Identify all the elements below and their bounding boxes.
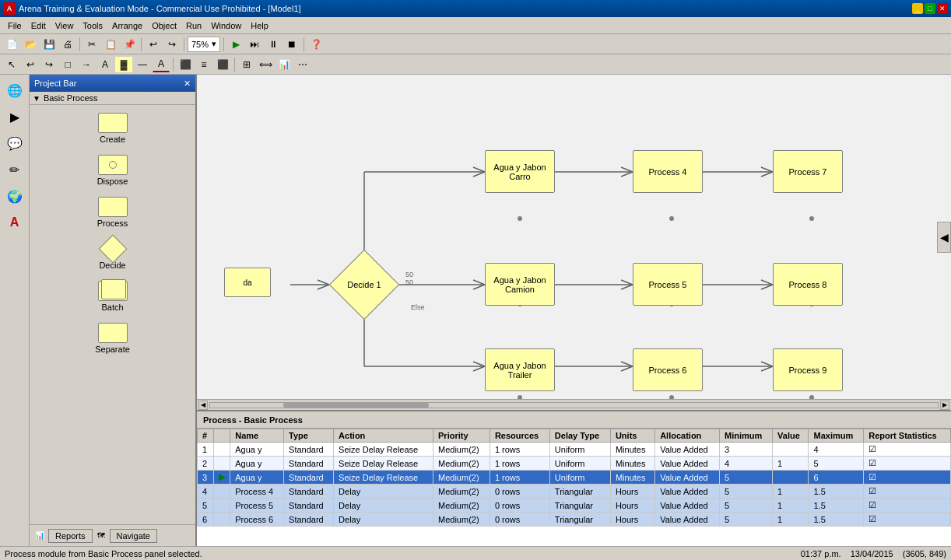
cell-data[interactable]: ☑ (864, 499, 951, 513)
cell-data[interactable]: Hours (610, 513, 654, 527)
cell-data[interactable] (773, 471, 809, 485)
step-button[interactable]: ⏭ (246, 37, 263, 52)
icon-red-a[interactable]: A (2, 210, 27, 235)
node-agua-jabon-camion[interactable]: Agua y JabonCamion (485, 263, 555, 306)
redo-draw[interactable]: ↪ (40, 57, 58, 72)
redo-button[interactable]: ↪ (163, 37, 181, 52)
cell-data[interactable]: 3 (720, 443, 773, 457)
connect-button[interactable]: ⟺ (257, 57, 274, 72)
help-button[interactable]: ❓ (307, 37, 325, 52)
table-row[interactable]: 2Agua yStandardSeize Delay ReleaseMedium… (198, 457, 951, 471)
node-decide1[interactable]: Decide 1 (329, 261, 399, 308)
cell-data[interactable]: 5 (720, 471, 773, 485)
cell-data[interactable]: Standard (284, 471, 334, 485)
cell-data[interactable]: Standard (284, 485, 334, 499)
reports-button[interactable]: Reports (48, 529, 93, 543)
font-color[interactable]: A (153, 57, 170, 72)
panel-item-separate[interactable]: Separate (33, 318, 192, 357)
menu-object[interactable]: Object (147, 19, 181, 32)
cell-data[interactable]: Uniform (549, 443, 610, 457)
panel-item-decide[interactable]: Decide (33, 234, 192, 273)
cell-data[interactable]: ☑ (864, 457, 951, 471)
menu-arrange[interactable]: Arrange (107, 19, 147, 32)
panel-item-process[interactable]: Process (33, 192, 192, 231)
cell-data[interactable]: 1 rows (490, 457, 549, 471)
menu-edit[interactable]: Edit (26, 19, 51, 32)
project-bar-close[interactable]: ✕ (184, 79, 191, 89)
run-button[interactable]: ▶ (227, 37, 244, 52)
node-process7[interactable]: Process 7 (773, 150, 843, 193)
align-left[interactable]: ⬛ (177, 57, 194, 72)
cell-data[interactable]: Agua y (230, 457, 284, 471)
cut-button[interactable]: ✂ (83, 37, 100, 52)
cell-data[interactable]: 0 rows (490, 499, 549, 513)
cell-data[interactable]: Seize Delay Release (334, 457, 433, 471)
scroll-right[interactable]: ▶ (940, 401, 949, 410)
maximize-button[interactable]: □ (925, 3, 935, 14)
cell-data[interactable]: 1 rows (490, 471, 549, 485)
group-button[interactable]: ⊞ (238, 57, 255, 72)
cell-data[interactable]: Delay (334, 499, 433, 513)
table-row[interactable]: 6Process 6StandardDelayMedium(2)0 rowsTr… (198, 513, 951, 527)
cell-data[interactable]: 1 (773, 457, 809, 471)
cell-data[interactable]: Minutes (610, 471, 654, 485)
navigate-button[interactable]: Navigate (110, 529, 157, 543)
cell-data[interactable]: 5 (720, 513, 773, 527)
cell-data[interactable]: ☑ (864, 485, 951, 499)
panel-item-dispose[interactable]: Dispose (33, 150, 192, 189)
more-button[interactable]: ⋯ (294, 57, 311, 72)
cell-data[interactable]: Triangular (549, 499, 610, 513)
cell-data[interactable]: 1.5 (809, 485, 864, 499)
cell-data[interactable]: 5 (809, 457, 864, 471)
cell-data[interactable]: Delay (334, 513, 433, 527)
icon-globe[interactable]: 🌍 (2, 184, 27, 208)
cell-data[interactable]: Value Added (655, 471, 720, 485)
fill-color[interactable]: ▓ (115, 57, 132, 72)
text-tool[interactable]: A (97, 57, 114, 72)
node-process6[interactable]: Process 6 (633, 348, 703, 391)
cell-data[interactable]: Standard (284, 513, 334, 527)
cell-data[interactable]: Process 4 (230, 485, 284, 499)
menu-help[interactable]: Help (246, 19, 273, 32)
icon-browser[interactable]: 🌐 (2, 78, 27, 103)
cell-data[interactable]: ☑ (864, 513, 951, 527)
menu-file[interactable]: File (3, 19, 26, 32)
menu-tools[interactable]: Tools (78, 19, 107, 32)
table-row[interactable]: 1Agua yStandardSeize Delay ReleaseMedium… (198, 443, 951, 457)
menu-view[interactable]: View (51, 19, 79, 32)
cell-num[interactable]: 5 (198, 499, 214, 513)
close-button[interactable]: ✕ (937, 3, 948, 14)
cell-data[interactable]: 1 (773, 513, 809, 527)
cell-data[interactable]: Standard (284, 443, 334, 457)
cell-data[interactable]: Value Added (655, 443, 720, 457)
chart-button[interactable]: 📊 (275, 57, 293, 72)
cell-data[interactable]: Uniform (549, 457, 610, 471)
cell-data[interactable]: Medium(2) (433, 443, 490, 457)
cell-data[interactable]: Process 6 (230, 513, 284, 527)
node-process8[interactable]: Process 8 (773, 263, 843, 306)
undo-draw[interactable]: ↩ (22, 57, 39, 72)
cell-data[interactable]: Value Added (655, 457, 720, 471)
cell-data[interactable]: 5 (720, 485, 773, 499)
pointer-tool[interactable]: ↖ (3, 57, 20, 72)
cell-data[interactable]: Minutes (610, 457, 654, 471)
icon-chat[interactable]: 💬 (2, 131, 27, 156)
icon-pen[interactable]: ✏ (2, 157, 27, 182)
cell-data[interactable]: Medium(2) (433, 485, 490, 499)
icon-media[interactable]: ▶ (2, 104, 27, 129)
pause-button[interactable]: ⏸ (265, 37, 282, 52)
cell-data[interactable]: Agua y (230, 471, 284, 485)
cell-data[interactable]: Medium(2) (433, 457, 490, 471)
cell-data[interactable]: 1.5 (809, 499, 864, 513)
cell-data[interactable]: Uniform (549, 471, 610, 485)
cell-num[interactable]: 4 (198, 485, 214, 499)
cell-data[interactable]: Medium(2) (433, 513, 490, 527)
open-button[interactable]: 📂 (22, 37, 39, 52)
cell-play[interactable] (214, 513, 230, 527)
cell-data[interactable]: Standard (284, 499, 334, 513)
cell-data[interactable]: ☑ (864, 471, 951, 485)
cell-num[interactable]: 2 (198, 457, 214, 471)
cell-play[interactable] (214, 443, 230, 457)
panel-section-header[interactable]: ▼ Basic Process (30, 92, 195, 105)
hscroll-thumb[interactable] (283, 403, 429, 408)
